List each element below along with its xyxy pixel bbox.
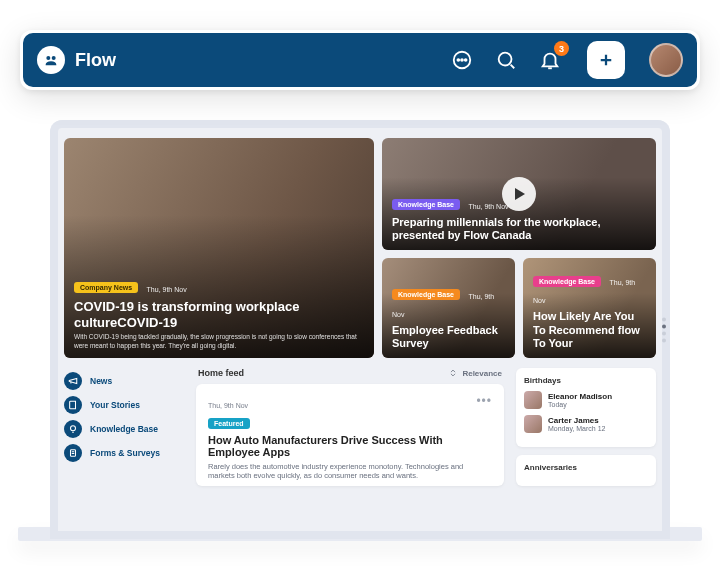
article-date: Thu, 9th Nov [208,402,248,409]
article-title: COVID-19 is transforming workplace cultu… [74,299,364,330]
header-wrap: Flow 3 [20,30,700,90]
article-date: Thu, 9th Nov [468,203,508,210]
add-button[interactable] [587,41,625,79]
birthdays-panel: Birthdays Eleanor Madison Today Carter J… [516,368,656,447]
avatar [524,391,542,409]
sidebar-item-label: Your Stories [90,400,140,410]
svg-point-5 [457,59,459,61]
sidebar-nav: News Your Stories Knowledge Base [64,368,184,494]
notifications-icon[interactable]: 3 [537,47,563,73]
user-avatar[interactable] [649,43,683,77]
sidebar-item-label: News [90,376,112,386]
sidebar-item-forms[interactable]: Forms & Surveys [64,444,184,462]
svg-point-8 [499,53,512,66]
header-actions: 3 [449,41,683,79]
lower-layout: News Your Stories Knowledge Base [64,368,656,494]
article-title: Employee Feedback Survey [392,324,505,350]
app-header: Flow 3 [23,33,697,87]
feed-sort-label: Relevance [462,369,502,378]
hero-card-video[interactable]: Knowledge Base Thu, 9th Nov Preparing mi… [382,138,656,250]
person-row[interactable]: Carter James Monday, March 12 [524,415,648,433]
feed-heading: Home feed [198,368,244,378]
svg-point-7 [465,59,467,61]
sidebar-item-kb[interactable]: Knowledge Base [64,420,184,438]
more-menu-icon[interactable]: ••• [476,394,492,408]
category-chip: Knowledge Base [392,289,460,300]
article-title: How Auto Manufacturers Drive Success Wit… [208,434,492,458]
book-icon [64,396,82,414]
megaphone-icon [64,372,82,390]
sort-icon [448,368,458,378]
brand-logo[interactable]: Flow [37,46,116,74]
anniversaries-panel: Anniversaries [516,455,656,486]
clipboard-icon [64,444,82,462]
article-excerpt: Rarely does the automotive industry expe… [208,462,492,480]
feed-column: Home feed Relevance ••• Thu, 9th Nov Fea… [196,368,504,494]
person-sub: Monday, March 12 [548,425,605,432]
svg-point-0 [71,426,76,431]
hero-card-small[interactable]: Knowledge Base Thu, 9th Nov How Likely A… [523,258,656,358]
sidebar-item-label: Forms & Surveys [90,448,160,458]
lightbulb-icon [64,420,82,438]
person-row[interactable]: Eleanor Madison Today [524,391,648,409]
svg-point-3 [52,56,56,60]
hero-grid: Company News Thu, 9th Nov COVID-19 is tr… [64,138,656,358]
avatar [524,415,542,433]
svg-point-6 [461,59,463,61]
sidebar-item-news[interactable]: News [64,372,184,390]
hero-small-row: Knowledge Base Thu, 9th Nov Employee Fee… [382,258,656,358]
app-canvas: Company News Thu, 9th Nov COVID-19 is tr… [50,120,670,539]
featured-tag: Featured [208,418,250,429]
category-chip: Knowledge Base [533,276,601,287]
carousel-dots[interactable] [662,317,666,342]
article-date: Thu, 9th Nov [147,286,187,293]
logo-icon [37,46,65,74]
panel-heading: Anniversaries [524,463,648,472]
hero-card-main[interactable]: Company News Thu, 9th Nov COVID-19 is tr… [64,138,374,358]
brand-label: Flow [75,50,116,71]
person-name: Carter James [548,416,605,425]
search-icon[interactable] [493,47,519,73]
hero-card-small[interactable]: Knowledge Base Thu, 9th Nov Employee Fee… [382,258,515,358]
page-frame: Company News Thu, 9th Nov COVID-19 is tr… [0,0,720,569]
side-column: Birthdays Eleanor Madison Today Carter J… [516,368,656,494]
sidebar-item-stories[interactable]: Your Stories [64,396,184,414]
panel-heading: Birthdays [524,376,648,385]
sidebar-item-label: Knowledge Base [90,424,158,434]
person-sub: Today [548,401,612,408]
article-excerpt: With COVID-19 being tackled gradually, t… [74,333,364,350]
notification-badge: 3 [554,41,569,56]
chat-icon[interactable] [449,47,475,73]
person-name: Eleanor Madison [548,392,612,401]
article-title: Preparing millennials for the workplace,… [392,216,646,242]
feed-article-card[interactable]: ••• Thu, 9th Nov Featured How Auto Manuf… [196,384,504,486]
article-title: How Likely Are You To Recommend flow To … [533,310,646,350]
feed-sort-button[interactable]: Relevance [448,368,502,378]
category-chip: Company News [74,282,138,293]
svg-point-2 [46,56,50,60]
feed-header: Home feed Relevance [196,368,504,378]
category-chip: Knowledge Base [392,199,460,210]
